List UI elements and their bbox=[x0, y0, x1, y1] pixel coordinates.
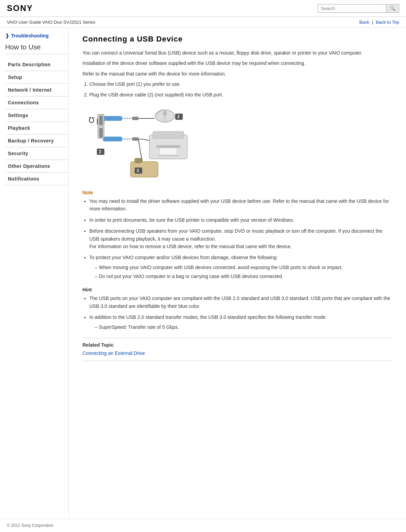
svg-rect-23 bbox=[99, 116, 103, 125]
intro-paragraph: You can connect a Universal Serial Bus (… bbox=[82, 49, 392, 57]
svg-rect-26 bbox=[135, 158, 142, 163]
manual-paragraph: Refer to the manual that came with the d… bbox=[82, 70, 392, 78]
svg-rect-17 bbox=[156, 145, 180, 148]
content: Connecting a USB Device You can connect … bbox=[69, 28, 406, 519]
sidebar-item-connections[interactable]: Connections bbox=[5, 96, 68, 109]
note-sub-item-2: Do not put your VAIO computer in a bag o… bbox=[95, 273, 392, 280]
nav-separator: | bbox=[372, 20, 373, 25]
chevron-right-icon: ❱ bbox=[5, 33, 9, 38]
header: SONY 🔍 bbox=[0, 0, 406, 17]
svg-text:2: 2 bbox=[177, 114, 180, 119]
hint-heading: Hint bbox=[82, 287, 392, 292]
sidebar-item-settings[interactable]: Settings bbox=[5, 109, 68, 122]
svg-rect-18 bbox=[160, 148, 177, 155]
related-topic-heading: Related Topic bbox=[82, 342, 392, 348]
note-list: You may need to install the driver softw… bbox=[89, 197, 392, 280]
sidebar-item-other-operations[interactable]: Other Operations bbox=[5, 160, 68, 173]
svg-rect-12 bbox=[103, 137, 122, 141]
main-layout: ❱ Troubleshooting How to Use Parts Descr… bbox=[0, 28, 406, 519]
steps-list: Choose the USB port (1) you prefer to us… bbox=[89, 80, 392, 99]
back-to-top-link[interactable]: Back to Top bbox=[376, 20, 399, 25]
svg-text:2: 2 bbox=[137, 168, 139, 173]
sidebar-item-setup[interactable]: Setup bbox=[5, 71, 68, 84]
svg-rect-14 bbox=[132, 137, 138, 141]
usb-diagram: ℧ 1 2 bbox=[82, 104, 199, 183]
sidebar-item-security[interactable]: Security bbox=[5, 147, 68, 160]
note-sub-list: When moving your VAIO computer with USB … bbox=[95, 264, 392, 280]
svg-text:2: 2 bbox=[99, 149, 101, 154]
sub-header: VAIO User Guide VAIO Duo SVJ2021 Series … bbox=[0, 17, 406, 28]
svg-rect-9 bbox=[163, 111, 166, 115]
svg-rect-24 bbox=[99, 128, 103, 138]
hint-sub-item-1: SuperSpeed: Transfer rate of 5 Gbps. bbox=[95, 323, 392, 331]
diagram-container: ℧ 1 2 bbox=[82, 104, 392, 183]
back-link[interactable]: Back bbox=[359, 20, 369, 25]
search-area: 🔍 bbox=[318, 4, 399, 13]
hint-item-1: The USB ports on your VAIO computer are … bbox=[89, 294, 392, 310]
search-go-label: 🔍 bbox=[390, 6, 395, 11]
step-2: Plug the USB device cable (2) (not suppl… bbox=[89, 91, 392, 99]
troubleshooting-label: Troubleshooting bbox=[11, 33, 49, 38]
sub-header-title: VAIO User Guide VAIO Duo SVJ2021 Series bbox=[7, 20, 95, 25]
note-item-2: In order to print documents, be sure the… bbox=[89, 216, 392, 224]
svg-rect-5 bbox=[132, 117, 138, 120]
search-input[interactable] bbox=[318, 4, 386, 13]
sidebar-item-network-internet[interactable]: Network / Internet bbox=[5, 84, 68, 96]
sidebar-item-backup-recovery[interactable]: Backup / Recovery bbox=[5, 135, 68, 147]
svg-text:℧: ℧ bbox=[89, 116, 94, 125]
install-paragraph: Installation of the device driver softwa… bbox=[82, 59, 392, 67]
sidebar: ❱ Troubleshooting How to Use Parts Descr… bbox=[0, 28, 69, 519]
copyright-text: © 2012 Sony Corporation bbox=[7, 523, 54, 528]
related-topic: Related Topic Connecting an External Dri… bbox=[82, 338, 392, 361]
note-sub-item-1: When moving your VAIO computer with USB … bbox=[95, 264, 392, 271]
search-button[interactable]: 🔍 bbox=[386, 4, 399, 13]
troubleshooting-link[interactable]: ❱ Troubleshooting bbox=[5, 33, 68, 38]
svg-rect-16 bbox=[153, 131, 184, 138]
note-heading: Note bbox=[82, 190, 392, 195]
hint-sub-list: SuperSpeed: Transfer rate of 5 Gbps. bbox=[95, 323, 392, 331]
how-to-use-heading: How to Use bbox=[5, 43, 68, 54]
hint-section: Hint The USB ports on your VAIO computer… bbox=[82, 287, 392, 331]
note-item-1: You may need to install the driver softw… bbox=[89, 197, 392, 213]
svg-rect-19 bbox=[158, 155, 179, 157]
related-topic-bottom-border bbox=[82, 361, 392, 361]
related-topic-link[interactable]: Connecting an External Drive bbox=[82, 350, 145, 356]
note-item-4: To protect your VAIO computer and/or USB… bbox=[89, 254, 392, 280]
page-title: Connecting a USB Device bbox=[82, 35, 392, 44]
sidebar-item-notifications[interactable]: Notifications bbox=[5, 173, 68, 185]
nav-links: Back | Back to Top bbox=[359, 20, 399, 25]
footer: © 2012 Sony Corporation bbox=[0, 519, 406, 532]
sidebar-item-parts-description[interactable]: Parts Description bbox=[5, 58, 68, 71]
sony-logo: SONY bbox=[7, 3, 33, 13]
svg-rect-3 bbox=[103, 116, 122, 121]
step-1: Choose the USB port (1) you prefer to us… bbox=[89, 80, 392, 88]
note-item-3: Before disconnecting USB speakers from y… bbox=[89, 227, 392, 250]
hint-list: The USB ports on your VAIO computer are … bbox=[89, 294, 392, 331]
sidebar-item-playback[interactable]: Playback bbox=[5, 122, 68, 135]
hint-item-2: In addition to the USB 2.0 standard tran… bbox=[89, 313, 392, 331]
note-section: Note You may need to install the driver … bbox=[82, 190, 392, 280]
